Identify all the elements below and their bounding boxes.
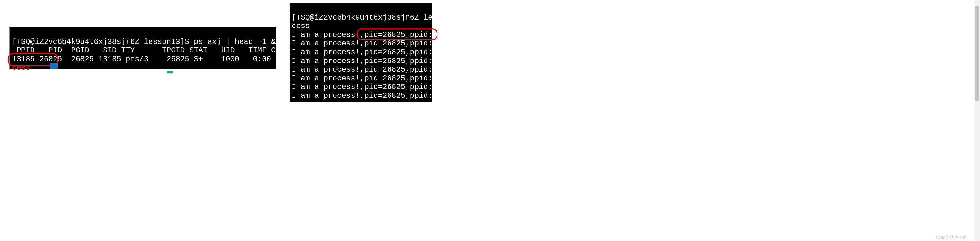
scrollbar-thumb[interactable] xyxy=(975,6,979,101)
interrupt-signal: ^C xyxy=(292,100,301,109)
watermark: CSDN @奥奥鸥 xyxy=(936,235,967,240)
ps-headers: PPID PID PGID SID TTY TPGID STAT UID TIM… xyxy=(12,46,303,55)
output-block: I am a process!,pid=26825,ppid:13185 I a… xyxy=(292,30,455,100)
terminal-right[interactable]: [TSQ@iZ2vc6b4k9u4t6xj38sjr6Z lesson13]$ … xyxy=(290,3,432,101)
prompt-right: [TSQ@iZ2vc6b4k9u4t6xj38sjr6Z lesson13]$ xyxy=(292,13,469,22)
terminal-left[interactable]: [TSQ@iZ2vc6b4k9u4t6xj38sjr6Z lesson13]$ … xyxy=(10,27,276,70)
decoration-blue xyxy=(50,63,58,70)
decoration-green xyxy=(167,71,173,73)
page-scrollbar[interactable] xyxy=(974,0,980,241)
prompt-left: [TSQ@iZ2vc6b4k9u4t6xj38sjr6Z lesson13]$ xyxy=(12,38,189,46)
